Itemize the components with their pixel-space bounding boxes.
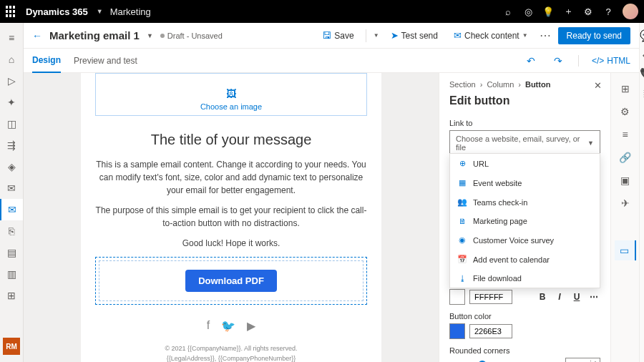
- analytics-icon[interactable]: ◫: [0, 113, 23, 134]
- link-icon[interactable]: 🔗: [615, 147, 636, 167]
- linkto-placeholder: Choose a website, email, survey, or file: [456, 134, 587, 152]
- elements-icon[interactable]: ⊞: [615, 79, 636, 99]
- chevron-down-icon: ▼: [522, 32, 528, 39]
- persona-badge[interactable]: RM: [3, 338, 20, 355]
- stack-icon[interactable]: ▤: [0, 242, 23, 263]
- email-canvas: 🖼 Choose an image The title of your mess…: [81, 73, 381, 362]
- flow-icon[interactable]: ⇶: [0, 134, 23, 156]
- journey-icon[interactable]: ✦: [0, 92, 23, 113]
- save-status: Draft - Unsaved: [160, 31, 223, 40]
- bold-icon[interactable]: B: [536, 292, 549, 302]
- menu-icon[interactable]: ≡: [0, 27, 23, 49]
- linkto-label: Link to: [449, 119, 600, 127]
- test-send-button[interactable]: ➤Test send: [386, 27, 442, 44]
- email-paragraph[interactable]: This is a sample email content. Change i…: [95, 158, 367, 197]
- linkto-dropdown: ⊕URL ▦Event website 👥Teams check-in 🗎Mar…: [449, 153, 600, 288]
- library-icon[interactable]: ▥: [0, 263, 23, 285]
- redo-icon[interactable]: ↷: [551, 54, 565, 68]
- tab-design[interactable]: Design: [32, 49, 61, 73]
- back-button[interactable]: ←: [32, 30, 42, 41]
- tag-icon[interactable]: ◈: [0, 156, 23, 177]
- text-icon[interactable]: ≡: [615, 124, 636, 145]
- properties-panel: ✕ Section› Column› Button Edit button Li…: [439, 73, 610, 362]
- user-avatar[interactable]: [623, 4, 638, 19]
- add-icon[interactable]: ＋: [558, 5, 578, 18]
- email-title[interactable]: The title of your message: [95, 132, 367, 148]
- globe-icon: ⊕: [457, 159, 467, 168]
- option-teams-checkin[interactable]: 👥Teams check-in: [450, 192, 600, 212]
- option-add-event[interactable]: 📅Add event to calendar: [450, 250, 600, 269]
- right-rail: ⊞ ⚙ ≡ 🔗 ▣ ✈ ▭: [610, 73, 639, 362]
- phone-icon[interactable]: 📞: [640, 67, 644, 81]
- ready-to-send-button[interactable]: Ready to send: [558, 27, 630, 44]
- calendar-add-icon: 📅: [457, 255, 467, 264]
- save-chevron-icon[interactable]: ▼: [374, 32, 379, 39]
- copilot-icon[interactable]: 💬: [640, 29, 644, 42]
- undo-icon[interactable]: ↶: [524, 54, 538, 68]
- save-button[interactable]: 🖫Save: [318, 27, 358, 44]
- option-voice-survey[interactable]: ◉Customer Voice survey: [450, 230, 600, 250]
- code-icon: </>: [592, 56, 604, 66]
- template-icon[interactable]: ⎘: [0, 220, 23, 242]
- lightbulb-icon[interactable]: 💡: [538, 6, 558, 17]
- rounded-input[interactable]: [566, 358, 590, 362]
- help-icon[interactable]: ?: [598, 6, 618, 17]
- email-nav-icon[interactable]: ✉: [0, 199, 23, 220]
- image-placeholder[interactable]: 🖼 Choose an image: [95, 73, 367, 116]
- underline-icon[interactable]: U: [570, 292, 583, 302]
- chevron-down-icon[interactable]: ▼: [97, 8, 103, 15]
- linkto-select[interactable]: Choose a website, email, survey, or file…: [449, 130, 600, 156]
- search-icon[interactable]: ⌕: [498, 6, 518, 17]
- option-url[interactable]: ⊕URL: [450, 154, 600, 173]
- button-color-swatch[interactable]: [449, 323, 465, 339]
- check-content-button[interactable]: ✉Check content▼: [449, 27, 532, 44]
- html-toggle[interactable]: </>HTML: [592, 56, 630, 66]
- chat-icon[interactable]: ✉: [0, 177, 23, 199]
- youtube-icon[interactable]: ▶: [247, 319, 255, 333]
- email-paragraph[interactable]: Good luck! Hope it works.: [95, 237, 367, 250]
- image-rail-icon[interactable]: ▣: [615, 170, 636, 190]
- option-file-download[interactable]: ⭳File download: [450, 269, 600, 288]
- rounded-stepper[interactable]: ▲▼: [565, 358, 600, 362]
- button-color-input[interactable]: [469, 324, 512, 338]
- more-nav-icon[interactable]: ⊞: [0, 285, 23, 306]
- text-color-swatch[interactable]: [449, 289, 465, 305]
- settings-icon[interactable]: ⚙: [578, 6, 598, 17]
- page-icon: 🗎: [457, 217, 467, 225]
- button-rail-icon[interactable]: ▭: [615, 240, 636, 260]
- task-icon[interactable]: ◎: [518, 6, 538, 17]
- close-panel-icon[interactable]: ✕: [594, 80, 602, 91]
- more-actions-icon[interactable]: ⋯: [540, 29, 551, 42]
- facebook-icon[interactable]: f: [207, 319, 210, 333]
- play-icon[interactable]: ▷: [0, 70, 23, 92]
- page-title: Marketing email 1: [49, 29, 140, 41]
- calendar-icon: ▦: [457, 178, 467, 187]
- text-color-input[interactable]: [469, 290, 512, 304]
- tab-preview[interactable]: Preview and test: [74, 49, 137, 72]
- panel-heading: Edit button: [449, 94, 600, 107]
- rocket-icon[interactable]: ✈: [615, 193, 636, 213]
- footer-address: {{LegalAddress}}, {{CompanyPhoneNumber}}: [95, 354, 367, 363]
- send-icon: ➤: [391, 30, 399, 41]
- settings-rail-icon[interactable]: ⚙: [615, 102, 636, 122]
- option-event-website[interactable]: ▦Event website: [450, 173, 600, 192]
- email-paragraph[interactable]: The purpose of this simple email is to g…: [95, 204, 367, 230]
- more-format-icon[interactable]: ⋯: [587, 292, 600, 302]
- twitter-icon[interactable]: 🐦: [221, 319, 235, 333]
- button-block-selected[interactable]: Download PDF: [95, 257, 367, 305]
- breadcrumb: Section› Column› Button: [449, 80, 600, 89]
- teams-icon: 👥: [457, 197, 467, 207]
- app-launcher-icon[interactable]: [6, 6, 17, 17]
- chevron-down-icon[interactable]: ▼: [147, 32, 153, 39]
- save-icon: 🖫: [322, 30, 331, 41]
- option-marketing-page[interactable]: 🗎Marketing page: [450, 212, 600, 230]
- home-icon[interactable]: ⌂: [0, 49, 23, 70]
- image-icon: 🖼: [226, 88, 236, 99]
- check-icon: ✉: [454, 30, 462, 41]
- choose-image-label: Choose an image: [200, 102, 262, 111]
- italic-icon[interactable]: I: [553, 292, 566, 302]
- brand-name: Dynamics 365: [26, 6, 88, 17]
- chevron-down-icon: ▼: [587, 140, 594, 147]
- cta-button[interactable]: Download PDF: [185, 270, 277, 292]
- button-color-label: Button color: [449, 312, 600, 321]
